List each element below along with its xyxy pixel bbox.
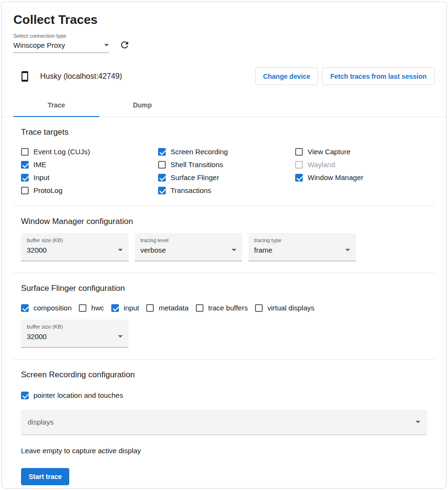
sf-option-input[interactable]: input (111, 304, 139, 312)
checkbox-icon (196, 304, 203, 312)
checkbox-label: Event Log (CUJs) (33, 148, 90, 156)
checkbox-label: composition (33, 304, 72, 312)
chevron-down-icon (118, 335, 123, 338)
checkbox-icon (21, 161, 29, 169)
checkbox-icon (21, 148, 29, 156)
trace-target-surface-flinger[interactable]: Surface Flinger (158, 173, 295, 181)
checkbox-label: virtual displays (267, 304, 314, 312)
trace-target-window-manager[interactable]: Window Manager (295, 173, 363, 181)
wm-tracing-type-select[interactable]: tracing type frame (248, 233, 356, 261)
checkbox-label: metadata (159, 304, 189, 312)
checkbox-label: Screen Recording (171, 148, 228, 156)
checkbox-icon (158, 161, 166, 169)
checkbox-label: Input (33, 173, 49, 181)
sf-config-title: Surface Flinger configuration (21, 284, 427, 293)
checkbox-icon (295, 174, 303, 181)
checkbox-label: trace buffers (208, 304, 248, 312)
fetch-traces-button[interactable]: Fetch traces from last session (322, 67, 435, 85)
checkbox-icon (21, 392, 29, 399)
chevron-down-icon (104, 44, 109, 46)
wm-buffer-size-select[interactable]: buffer size (KB) 32000 (21, 233, 128, 261)
trace-target-ime[interactable]: IME (21, 160, 158, 169)
smartphone-icon (19, 71, 31, 82)
trace-target-view-capture[interactable]: View Capture (295, 148, 363, 156)
sf-buffer-size-select[interactable]: buffer size (KB) 32000 (21, 320, 128, 348)
field-label: buffer size (KB) (27, 237, 123, 243)
sf-option-virtual-displays[interactable]: virtual displays (255, 304, 314, 312)
trace-target-event-log-cujs[interactable]: Event Log (CUJs) (21, 148, 158, 156)
chevron-down-icon (232, 249, 236, 251)
checkbox-icon (146, 304, 154, 312)
checkbox-icon (158, 187, 166, 194)
checkbox-label: Surface Flinger (171, 173, 219, 181)
checkbox-label: Transactions (171, 186, 211, 194)
connection-type-select[interactable]: Select connection type Winscope Proxy (13, 33, 109, 53)
checkbox-icon (158, 148, 166, 156)
trace-target-screen-recording[interactable]: Screen Recording (158, 148, 295, 156)
trace-targets-grid: Event Log (CUJs) IME Input ProtoLog (21, 148, 427, 194)
sr-config-title: Screen Recording configuration (21, 370, 427, 380)
connection-row: Select connection type Winscope Proxy (13, 33, 435, 53)
section-window-manager-config: Window Manager configuration buffer size… (21, 206, 427, 273)
refresh-icon (119, 40, 130, 50)
displays-select[interactable]: displays (21, 410, 427, 435)
sf-options-row: composition hwc input metadata trace buf… (21, 304, 427, 312)
change-device-button[interactable]: Change device (255, 67, 319, 85)
tab-dump-label: Dump (133, 101, 152, 109)
trace-target-shell-transitions[interactable]: Shell Transitions (158, 160, 295, 169)
wm-tracing-level-select[interactable]: tracing level verbose (135, 233, 242, 261)
trace-target-input[interactable]: Input (21, 173, 158, 181)
start-trace-button[interactable]: Start trace (21, 468, 69, 485)
checkbox-label: input (124, 304, 139, 312)
sr-option-pointer-location[interactable]: pointer location and touches (21, 391, 123, 399)
checkbox-icon (79, 304, 86, 312)
collect-traces-card: Collect Traces Select connection type Wi… (1, 1, 447, 489)
device-row: Husky (localhost:42749) Change device Fe… (2, 67, 446, 85)
checkbox-icon (295, 148, 303, 156)
trace-targets-column: View Capture Wayland Window Manager (295, 148, 363, 194)
section-trace-targets: Trace targets Event Log (CUJs) IME Input (21, 117, 427, 206)
refresh-button[interactable] (118, 39, 131, 51)
trace-target-transactions[interactable]: Transactions (158, 186, 295, 194)
checkbox-icon (21, 187, 29, 194)
field-label: tracing level (140, 237, 236, 243)
sf-option-trace-buffers[interactable]: trace buffers (196, 304, 248, 312)
field-value: 32000 (27, 332, 47, 341)
wm-config-fields: buffer size (KB) 32000 tracing level ver… (21, 233, 427, 261)
section-surface-flinger-config: Surface Flinger configuration compositio… (21, 273, 427, 360)
checkbox-icon (158, 174, 166, 181)
checkbox-label: hwc (91, 304, 104, 312)
tab-trace[interactable]: Trace (13, 94, 99, 117)
sf-option-metadata[interactable]: metadata (146, 304, 189, 312)
field-label: tracing type (254, 237, 350, 243)
sf-option-composition[interactable]: composition (21, 304, 72, 312)
device-actions: Change device Fetch traces from last ses… (255, 67, 435, 85)
checkbox-icon (21, 304, 29, 312)
trace-targets-column: Screen Recording Shell Transitions Surfa… (158, 148, 295, 194)
trace-target-protolog[interactable]: ProtoLog (21, 186, 158, 194)
checkbox-label: View Capture (308, 148, 351, 156)
page-title: Collect Traces (13, 12, 435, 27)
field-value: verbose (140, 246, 166, 254)
checkbox-icon (255, 304, 263, 312)
checkbox-icon (295, 161, 303, 169)
tab-dump[interactable]: Dump (99, 94, 185, 117)
chevron-down-icon (416, 421, 420, 423)
checkbox-icon (21, 174, 29, 181)
pointer-option-row: pointer location and touches (21, 391, 427, 401)
checkbox-icon (111, 304, 119, 312)
field-label: buffer size (KB) (27, 324, 123, 330)
wm-config-title: Window Manager configuration (21, 217, 427, 226)
sf-option-hwc[interactable]: hwc (79, 304, 104, 312)
trace-targets-title: Trace targets (21, 128, 427, 137)
checkbox-label: Shell Transitions (171, 160, 223, 169)
checkbox-label: Wayland (308, 160, 335, 169)
header: Collect Traces Select connection type Wi… (2, 2, 446, 53)
field-value: 32000 (27, 246, 47, 254)
section-screen-recording-config: Screen Recording configuration pointer l… (21, 360, 427, 489)
tab-bar: Trace Dump (2, 94, 446, 117)
checkbox-label: IME (33, 160, 46, 169)
checkbox-label: ProtoLog (33, 186, 63, 194)
chevron-down-icon (118, 249, 123, 251)
checkbox-label: pointer location and touches (33, 391, 123, 399)
